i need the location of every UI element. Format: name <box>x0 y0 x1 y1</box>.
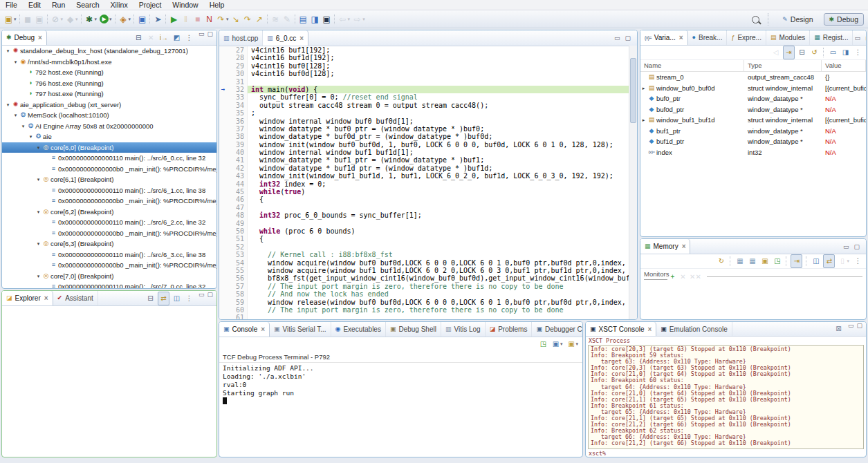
terminate-icon[interactable]: ■ <box>192 13 203 26</box>
view-menu-icon[interactable]: ⋮ <box>184 292 194 305</box>
minimize-button[interactable]: ▭ <box>853 35 862 41</box>
tree-expander-icon[interactable]: ▾ <box>5 100 11 111</box>
xsct-tab-emulation-console[interactable]: ▣Emulation Console <box>656 322 732 336</box>
debug-tree-node-796-host-exe-running[interactable]: ◗796 host.exe (Running) <box>2 78 216 89</box>
debug-tree-node-core-6-2-breakpoint[interactable]: ▾◎core[6,2] (Breakpoint) <box>2 207 216 218</box>
maximize-button[interactable]: ▢ <box>852 243 861 250</box>
tree-expander-icon[interactable]: ▾ <box>35 142 41 153</box>
suspend-icon[interactable]: ‖ <box>180 13 192 26</box>
debug-tree-node-core-6-1-breakpoint[interactable]: ▾◎core[6,1] (Breakpoint) <box>2 174 216 185</box>
external-tools-icon[interactable]: ◈▾ <box>118 13 133 26</box>
new-wizard-icon[interactable]: ▣▾ <box>3 13 18 26</box>
tree-expander-icon[interactable]: ▾ <box>5 46 11 57</box>
view-layout-icon[interactable]: ◩ <box>172 32 182 44</box>
build-icon[interactable]: ◆▾ <box>64 13 80 26</box>
menu-item-edit[interactable]: Edit <box>23 1 46 9</box>
view-menu-icon[interactable]: ⋮ <box>853 46 863 59</box>
console-tab-problems[interactable]: ◪Problems <box>486 322 533 337</box>
console-tab-vitis-serial-t[interactable]: ▣Vitis Serial T... <box>270 322 331 337</box>
variable-row-window-buf0-buf0d[interactable]: ▸▤window_buf0_buf0dstruct window_interna… <box>640 83 866 94</box>
xsct-output[interactable]: Info: core[20,3] (target 63) Stopped at … <box>588 345 864 449</box>
save-all-icon[interactable]: ▣ <box>34 13 46 26</box>
variable-row-buf1d-ptr[interactable]: ◆buf1d_ptrwindow_datatype *N/A <box>640 136 866 147</box>
debug-tree-node-0x00000000000000b0-main-init-procdir-me-[interactable]: ≡0x00000000000000b0 _main_init(): %PROCD… <box>2 196 216 207</box>
new-window-icon[interactable]: ▣ <box>321 13 333 26</box>
show-console-on-output-icon[interactable]: ◳ <box>538 338 548 350</box>
select-tool-icon[interactable]: ➤ <box>152 13 164 26</box>
coverage-icon[interactable]: ✎ <box>281 13 293 26</box>
collapse-all-icon[interactable]: ⊟ <box>797 46 807 59</box>
save-icon[interactable]: ◼ <box>22 13 34 26</box>
menu-item-xilinx[interactable]: Xilinx <box>105 1 133 9</box>
step-over-icon[interactable]: ↷ <box>242 13 254 26</box>
debug-tab-debug[interactable]: ✱Debug× <box>2 30 47 45</box>
menu-item-file[interactable]: File <box>0 1 23 9</box>
minimize-button[interactable]: ▭ <box>197 291 206 305</box>
variables-tab-expre[interactable]: ƒExpre... <box>727 30 766 45</box>
skip-all-breakpoints-icon[interactable]: ⊘▾ <box>50 13 65 26</box>
maximize-button[interactable]: ▢ <box>855 322 864 336</box>
minimize-button[interactable]: ▭ <box>197 30 206 45</box>
forward-icon[interactable]: ⇨▾ <box>351 13 367 26</box>
step-filters-icon[interactable]: ↷▾ <box>215 13 230 26</box>
menu-item-project[interactable]: Project <box>133 1 167 9</box>
variables-column-headers[interactable]: NameTypeValue <box>640 60 866 72</box>
debug-tree-node-0x00000000000000b0-main-init-procdir-me-[interactable]: ≡0x00000000000000b0 _main_init(): %PROCD… <box>2 260 216 271</box>
disconnect-icon[interactable]: N <box>203 13 215 26</box>
minimize-button[interactable]: ▭ <box>847 322 856 336</box>
tree-expander-icon[interactable]: ▾ <box>28 131 34 142</box>
close-icon[interactable]: × <box>647 325 652 333</box>
variable-row-buf1-ptr[interactable]: ◆buf1_ptrwindow_datatype *N/A <box>640 126 866 137</box>
debug-tree-node-core-6-0-breakpoint[interactable]: ▾◎core[6,0] (Breakpoint) <box>2 142 216 153</box>
menu-item-window[interactable]: Window <box>167 1 203 9</box>
debug-tree-node-0x0000000000000110-main-src-6-3-cc-line-[interactable]: ≡0x0000000000000110 main(): ../src/6_3.c… <box>2 249 216 261</box>
tree-expander-icon[interactable]: ▾ <box>20 121 26 132</box>
console-output[interactable]: Initializing ADF API...Loading: './a.xcl… <box>219 363 582 407</box>
tree-expander-icon[interactable]: ▸ <box>640 83 647 94</box>
debug-tree-node-0x0000000000000110-main-src-6-2-cc-line-[interactable]: ≡0x0000000000000110 main(): ../src/6_2.c… <box>2 217 216 228</box>
import-icon[interactable]: ◫ <box>172 292 182 305</box>
debug-tree-node-0x0000000000000110-main-src-6-0-cc-line-[interactable]: ≡0x0000000000000110 main(): ../src/6_0.c… <box>2 153 216 164</box>
link-memory-icon[interactable]: ⇄ <box>823 254 835 268</box>
variable-row-stream-0[interactable]: ▤stream_0output_stream_cacc48{} <box>640 72 866 83</box>
variable-row-index[interactable]: (x)=indexint32N/A <box>640 147 866 158</box>
menu-item-help[interactable]: Help <box>204 1 230 9</box>
maximize-button[interactable]: ▢ <box>864 35 867 41</box>
memory-tab-memory[interactable]: ▦Memory× <box>640 239 690 254</box>
console-tab-debugger-c[interactable]: ▣Debugger C... <box>532 322 583 337</box>
tree-expander-icon[interactable]: ▾ <box>12 57 19 68</box>
show-logical-structure-icon[interactable]: ⇥ <box>791 254 802 268</box>
maximize-button[interactable]: ▢ <box>205 291 214 305</box>
explorer-tab-explorer[interactable]: ◪Explorer× <box>2 291 53 305</box>
debug-tree-node-0x00000000000000b0-main-init-procdir-me-[interactable]: ≡0x00000000000000b0 _main_init(): %PROCD… <box>2 164 216 175</box>
console-tab-console[interactable]: ▣Console× <box>219 322 270 337</box>
debug-tree-node-797-host-exe-running[interactable]: ◗797 host.exe (Running) <box>2 88 216 100</box>
debug-tree-node-core-6-3-breakpoint[interactable]: ▾◎core[6,3] (Breakpoint) <box>2 238 216 249</box>
variable-row-buf0-ptr[interactable]: ◆buf0_ptrwindow_datatype *N/A <box>640 93 866 104</box>
design-perspective-button[interactable]: ✎ Design <box>777 14 818 25</box>
terminal-icon[interactable]: ▣ <box>136 13 148 26</box>
toggle-split-icon[interactable]: ◫ <box>811 255 821 267</box>
xsct-prompt[interactable]: xsct% <box>586 449 866 457</box>
explorer-tab-assistant[interactable]: ✔Assistant <box>53 291 98 305</box>
column-header-name[interactable]: Name <box>640 60 744 71</box>
add-memory-monitor-icon[interactable]: + <box>667 271 678 283</box>
run-icon[interactable]: ▶▾ <box>98 13 113 26</box>
step-return-icon[interactable]: ↗ <box>254 13 266 26</box>
resume-icon[interactable]: ▶ <box>168 13 180 26</box>
close-icon[interactable]: × <box>299 35 304 42</box>
maximize-button[interactable]: ▢ <box>205 30 214 45</box>
hex-view-icon[interactable]: ▦ <box>735 255 745 267</box>
variables-tab-modules[interactable]: ▤Modules <box>766 30 810 45</box>
remove-all-memory-monitors-icon[interactable]: ✕✕ <box>688 271 703 283</box>
remove-console-icon[interactable]: ⊠ <box>833 323 844 335</box>
link-with-editor-icon[interactable]: ⇄ <box>158 292 169 305</box>
debug-tree-node-aie-application-debug-xrt-server[interactable]: ▾✺aie_application_debug (xrt_server) <box>2 100 216 111</box>
open-console-icon[interactable]: ▣▾ <box>566 338 580 350</box>
show-logical-structure-icon[interactable]: ⇥ <box>783 46 795 59</box>
maximize-button[interactable]: ▢ <box>623 35 632 41</box>
editor-tab-6-0-cc[interactable]: ▥6_0.cc× <box>263 30 308 46</box>
minimize-button[interactable]: ▭ <box>613 35 622 41</box>
xsct-tab-xsct-console[interactable]: ▣XSCT Console× <box>586 322 656 336</box>
close-icon[interactable]: × <box>682 243 686 250</box>
